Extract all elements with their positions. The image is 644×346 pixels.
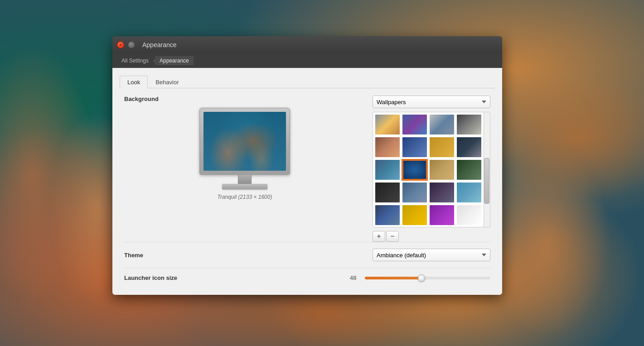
wallpaper-thumb-3[interactable] [429, 114, 455, 135]
wallpaper-thumb-15[interactable] [429, 182, 455, 203]
theme-row: Theme Ambiance (default) [124, 242, 490, 268]
wallpaper-actions: + − [373, 231, 490, 242]
remove-wallpaper-button[interactable]: − [386, 231, 399, 242]
theme-selected: Ambiance (default) [377, 252, 426, 259]
background-section: Background Tranquil (2133 × [124, 96, 490, 242]
monitor-stand-top [238, 175, 252, 184]
wallpaper-thumb-1[interactable] [374, 114, 401, 135]
dropdown-selected: Wallpapers [377, 99, 406, 106]
scrollbar-thumb[interactable] [484, 158, 489, 204]
wallpaper-thumb-12[interactable] [456, 159, 482, 181]
launcher-icon-size-control: 48 [215, 274, 490, 281]
close-button[interactable]: × [117, 41, 124, 48]
wallpaper-thumb-17[interactable] [374, 204, 401, 226]
appearance-window: × Appearance All Settings › Appearance L… [112, 36, 502, 295]
slider-container: 48 [350, 274, 490, 281]
window-title: Appearance [142, 41, 177, 48]
theme-dropdown-arrow-icon [482, 254, 486, 256]
breadcrumb-appearance[interactable]: Appearance [155, 56, 194, 65]
wallpaper-thumb-19[interactable] [429, 204, 455, 226]
monitor-stand-base [222, 184, 267, 189]
breadcrumb-all-settings[interactable]: All Settings [117, 56, 153, 65]
wallpaper-scrollbar[interactable] [484, 112, 490, 227]
monitor-preview-area: Tranquil (2133 × 1600) [124, 108, 365, 200]
wallpaper-thumb-8[interactable] [456, 136, 482, 158]
launcher-icon-size-label: Launcher icon size [124, 274, 215, 281]
tabs: Look Behavior [120, 75, 495, 88]
slider-thumb[interactable] [418, 274, 425, 282]
wallpaper-thumb-13[interactable] [374, 182, 401, 203]
dropdown-arrow-icon [482, 101, 486, 103]
slider-fill [365, 277, 421, 279]
wallpaper-thumb-18[interactable] [402, 204, 428, 226]
monitor [199, 108, 290, 189]
titlebar: × Appearance [112, 36, 502, 53]
theme-label: Theme [124, 252, 215, 259]
wallpaper-grid-container [373, 112, 490, 227]
slider-value: 48 [350, 274, 361, 281]
background-left: Background Tranquil (2133 × [124, 96, 365, 200]
monitor-screen [203, 112, 286, 171]
wallpaper-grid [373, 112, 490, 227]
wallpaper-thumb-14[interactable] [402, 182, 428, 203]
main-content: Background Tranquil (2133 × [120, 96, 495, 288]
wallpaper-thumb-6[interactable] [402, 136, 428, 158]
tab-look[interactable]: Look [120, 76, 148, 88]
breadcrumb-bar: All Settings › Appearance [112, 53, 502, 68]
wallpaper-thumb-10-selected[interactable] [402, 159, 428, 181]
wallpaper-thumb-5[interactable] [374, 136, 401, 158]
add-wallpaper-button[interactable]: + [373, 231, 385, 242]
wallpaper-panel: Wallpapers [373, 96, 490, 242]
background-label: Background [124, 96, 365, 102]
preview-caption: Tranquil (2133 × 1600) [218, 194, 272, 200]
content-area: Look Behavior Background [112, 68, 502, 295]
theme-control: Ambiance (default) [215, 249, 490, 261]
wallpaper-thumb-9[interactable] [374, 159, 401, 181]
wallpaper-thumb-2[interactable] [402, 114, 428, 135]
monitor-screen-inner [203, 112, 286, 171]
theme-dropdown[interactable]: Ambiance (default) [373, 249, 490, 261]
wallpaper-thumb-11[interactable] [429, 159, 455, 181]
launcher-icon-size-row: Launcher icon size 48 [124, 268, 490, 288]
wallpaper-type-dropdown[interactable]: Wallpapers [373, 96, 490, 108]
minimize-button[interactable] [128, 41, 135, 48]
monitor-screen-border [199, 108, 290, 175]
wallpaper-thumb-4[interactable] [456, 114, 482, 135]
wallpaper-thumb-20[interactable] [456, 204, 482, 226]
wallpaper-thumb-16[interactable] [456, 182, 482, 203]
slider-track[interactable] [365, 277, 490, 279]
tab-behavior[interactable]: Behavior [148, 76, 186, 88]
wallpaper-thumb-7[interactable] [429, 136, 455, 158]
